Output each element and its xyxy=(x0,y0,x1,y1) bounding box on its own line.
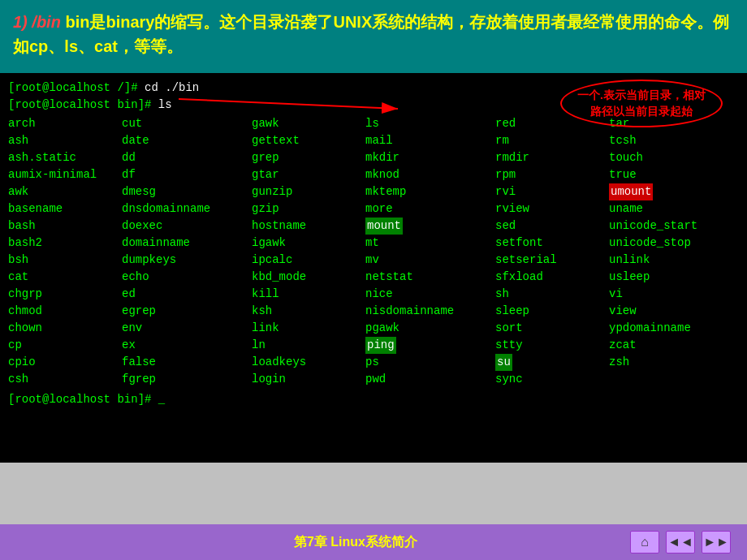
header-text: 1) /bin bin是binary的缩写。这个目录沿袭了UNIX系统的结构，存… xyxy=(13,10,734,58)
ls-item: cut xyxy=(122,115,252,132)
ls-item: dnsdomainname xyxy=(122,200,252,218)
terminal-last-line: [root@localhost bin]# _ xyxy=(8,391,739,408)
prev-button[interactable]: ◄◄ xyxy=(666,531,695,554)
ls-item: setserial xyxy=(495,252,609,269)
ls-item: gzip xyxy=(252,200,365,218)
footer-nav: ⌂ ◄◄ ►► xyxy=(630,531,731,554)
ls-item: tcsh xyxy=(609,132,739,149)
ls-item: domainname xyxy=(122,235,252,252)
ls-item: ypdomainname xyxy=(609,320,739,337)
ls-item: gawk xyxy=(252,115,365,132)
ls-item: mkdir xyxy=(365,149,495,166)
ls-item: ps xyxy=(365,354,495,371)
ls-item: sort xyxy=(495,320,609,337)
ls-item: fgrep xyxy=(122,371,252,388)
ls-item: touch xyxy=(609,149,739,166)
ls-col-4: ls mail mkdir mknod mktemp more mount mt… xyxy=(365,115,495,388)
ls-item: bsh xyxy=(8,252,122,269)
ls-item: stty xyxy=(495,337,609,354)
ls-item: mount xyxy=(365,218,495,235)
ls-item: kill xyxy=(252,286,365,303)
footer-title: 第7章 Linux系统简介 xyxy=(81,534,630,551)
ls-item: gettext xyxy=(252,132,365,149)
ls-item: rpm xyxy=(495,166,609,183)
bin-number: 1) /bin xyxy=(13,13,61,31)
cmd-cd: cd ./bin xyxy=(145,81,199,94)
ls-item: rvi xyxy=(495,183,609,200)
last-prompt: [root@localhost bin]# _ xyxy=(8,393,165,406)
ls-col-2: cut date dd df dmesg dnsdomainname doexe… xyxy=(122,115,252,388)
ls-item: ash.static xyxy=(8,149,122,166)
ls-item: mktemp xyxy=(365,183,495,200)
ls-item: zsh xyxy=(609,354,739,371)
ls-item: unlink xyxy=(609,252,739,269)
ls-item: kbd_mode xyxy=(252,269,365,286)
ls-item: more xyxy=(365,200,495,218)
home-button[interactable]: ⌂ xyxy=(630,531,659,554)
ls-item: dumpkeys xyxy=(122,252,252,269)
ls-item: awk xyxy=(8,183,122,200)
ls-item: ash xyxy=(8,132,122,149)
ls-item: nice xyxy=(365,286,495,303)
ls-item: view xyxy=(609,303,739,320)
ls-col-1: arch ash ash.static aumix-minimal awk ba… xyxy=(8,115,122,388)
ls-item: chmod xyxy=(8,303,122,320)
ls-output: arch ash ash.static aumix-minimal awk ba… xyxy=(8,115,739,388)
ls-item: umount xyxy=(609,183,739,200)
next-button[interactable]: ►► xyxy=(702,531,731,554)
ls-item: zcat xyxy=(609,337,739,354)
ls-item: dmesg xyxy=(122,183,252,200)
ls-item: rmdir xyxy=(495,149,609,166)
ls-item: uname xyxy=(609,200,739,218)
footer: 第7章 Linux系统简介 ⌂ ◄◄ ►► xyxy=(0,524,747,560)
header-description: bin是binary的缩写。这个目录沿袭了UNIX系统的结构，存放着使用者最经常… xyxy=(13,13,729,55)
ls-item: sh xyxy=(495,286,609,303)
ls-item: sync xyxy=(495,371,609,388)
ls-item: date xyxy=(122,132,252,149)
prompt-1: [root@localhost /]# xyxy=(8,81,138,94)
annotation-bubble: 一个.表示当前目录，相对路径以当前目录起始 xyxy=(560,80,723,127)
ls-item: login xyxy=(252,371,365,388)
ls-item-ping: ping xyxy=(365,337,396,354)
ls-col-5: red rm rmdir rpm rvi rview sed setfont s… xyxy=(495,115,609,388)
ls-col-6: tar tcsh touch true umount uname unicode… xyxy=(609,115,739,388)
ls-item: cat xyxy=(8,269,122,286)
ls-item: vi xyxy=(609,286,739,303)
ls-item: gunzip xyxy=(252,183,365,200)
prompt-2: [root@localhost bin]# xyxy=(8,98,151,111)
ls-item: ln xyxy=(252,337,365,354)
ls-item: bash xyxy=(8,218,122,235)
ls-item: cpio xyxy=(8,354,122,371)
ls-item: igawk xyxy=(252,235,365,252)
ls-col-3: gawk gettext grep gtar gunzip gzip hostn… xyxy=(252,115,365,388)
ls-item: mt xyxy=(365,235,495,252)
ls-item: netstat xyxy=(365,269,495,286)
ls-item: rm xyxy=(495,132,609,149)
ls-item: unicode_stop xyxy=(609,235,739,252)
ls-item: mknod xyxy=(365,166,495,183)
ls-item: ex xyxy=(122,337,252,354)
ls-item: chgrp xyxy=(8,286,122,303)
ls-item: basename xyxy=(8,200,122,218)
ls-item: usleep xyxy=(609,269,739,286)
ls-item: sleep xyxy=(495,303,609,320)
ls-item: dd xyxy=(122,149,252,166)
ls-item: ed xyxy=(122,286,252,303)
ls-item: ksh xyxy=(252,303,365,320)
ls-item: mv xyxy=(365,252,495,269)
ls-item-umount: umount xyxy=(609,183,653,200)
ls-item: chown xyxy=(8,320,122,337)
ls-item: aumix-minimal xyxy=(8,166,122,183)
ls-item: grep xyxy=(252,149,365,166)
cmd-ls: ls xyxy=(158,98,172,111)
ls-item: mail xyxy=(365,132,495,149)
ls-item: echo xyxy=(122,269,252,286)
ls-item: cp xyxy=(8,337,122,354)
ls-item: doexec xyxy=(122,218,252,235)
ls-item: true xyxy=(609,166,739,183)
ls-item: df xyxy=(122,166,252,183)
ls-item-mount: mount xyxy=(365,218,403,235)
ls-item: ping xyxy=(365,337,495,354)
ls-item: arch xyxy=(8,115,122,132)
ls-item: su xyxy=(495,354,609,371)
